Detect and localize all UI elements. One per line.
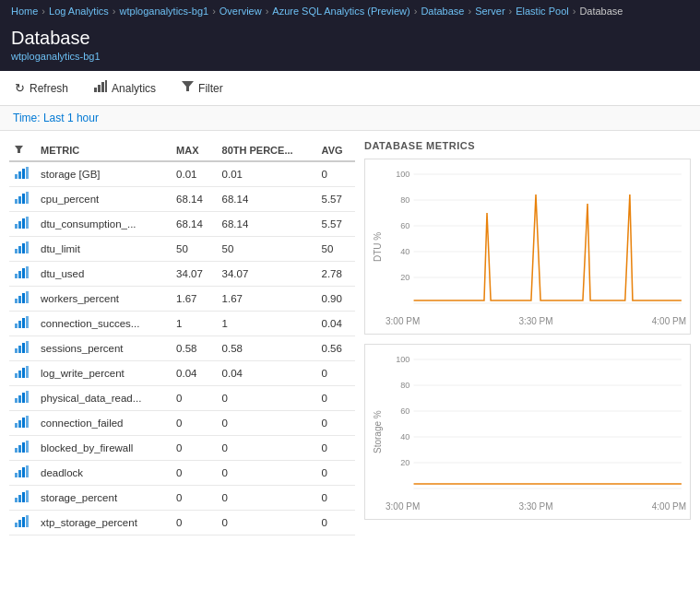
svg-rect-0 bbox=[94, 88, 97, 92]
table-row[interactable]: blocked_by_firewall000 bbox=[9, 436, 355, 461]
filter-button[interactable]: Filter bbox=[178, 79, 227, 97]
cell-metric: dtu_limit bbox=[35, 237, 171, 262]
breadcrumb-azure-sql[interactable]: Azure SQL Analytics (Preview) bbox=[272, 6, 409, 17]
table-row[interactable]: storage [GB]0.010.010 bbox=[9, 161, 355, 187]
table-row[interactable]: connection_failed000 bbox=[9, 411, 355, 436]
table-row[interactable]: cpu_percent68.1468.145.57 bbox=[9, 187, 355, 212]
breadcrumb-database-1[interactable]: Database bbox=[421, 6, 464, 17]
page-subtitle: wtploganalytics-bg1 bbox=[11, 51, 689, 62]
svg-rect-26 bbox=[15, 299, 18, 303]
dtu-x-label-3: 4:00 PM bbox=[652, 316, 686, 326]
table-row[interactable]: workers_percent1.671.670.90 bbox=[9, 287, 355, 312]
svg-rect-40 bbox=[22, 368, 25, 378]
cell-p80: 0 bbox=[217, 461, 316, 486]
row-icon-cell bbox=[9, 386, 35, 411]
charts-section: DATABASE METRICS DTU % 100 bbox=[364, 140, 691, 536]
dtu-x-label-2: 3:30 PM bbox=[518, 316, 552, 326]
breadcrumb-overview[interactable]: Overview bbox=[219, 6, 262, 17]
storage-x-labels: 3:00 PM 3:30 PM 4:00 PM bbox=[386, 500, 686, 512]
svg-rect-25 bbox=[26, 266, 29, 278]
storage-y-label: Storage % bbox=[365, 352, 386, 512]
time-bar: Time: Last 1 hour bbox=[0, 106, 700, 131]
bar-chart-icon bbox=[15, 441, 30, 453]
table-row[interactable]: storage_percent000 bbox=[9, 486, 355, 511]
cell-p80: 0 bbox=[217, 486, 316, 511]
svg-rect-47 bbox=[18, 420, 21, 428]
col-metric[interactable]: METRIC bbox=[35, 140, 171, 161]
breadcrumb-elastic-pool[interactable]: Elastic Pool bbox=[516, 6, 568, 17]
cell-avg: 5.57 bbox=[316, 212, 356, 237]
cell-metric: deadlock bbox=[35, 461, 171, 486]
svg-text:20: 20 bbox=[400, 273, 409, 282]
svg-rect-10 bbox=[15, 199, 18, 204]
svg-rect-60 bbox=[22, 492, 25, 502]
refresh-label: Refresh bbox=[30, 82, 68, 95]
svg-rect-13 bbox=[26, 192, 29, 204]
dtu-chart-wrapper: DTU % 100 80 60 40 bbox=[365, 167, 686, 326]
svg-rect-15 bbox=[18, 221, 21, 229]
table-row[interactable]: deadlock000 bbox=[9, 461, 355, 486]
breadcrumb-log-analytics[interactable]: Log Analytics bbox=[49, 6, 109, 17]
row-icon-cell bbox=[9, 411, 35, 436]
svg-rect-62 bbox=[15, 523, 18, 527]
svg-rect-52 bbox=[22, 442, 25, 453]
bar-chart-icon bbox=[15, 266, 30, 279]
breadcrumb-server[interactable]: Server bbox=[475, 6, 504, 17]
svg-rect-46 bbox=[15, 423, 18, 428]
svg-text:60: 60 bbox=[400, 406, 409, 416]
breadcrumb-workspace[interactable]: wtploganalytics-bg1 bbox=[120, 6, 209, 17]
dtu-chart: DTU % 100 80 60 40 bbox=[364, 159, 691, 335]
col-p80[interactable]: 80TH PERCE... bbox=[217, 140, 316, 161]
analytics-icon bbox=[94, 80, 107, 96]
svg-rect-27 bbox=[18, 296, 21, 303]
svg-rect-43 bbox=[18, 395, 21, 403]
table-row[interactable]: dtu_used34.0734.072.78 bbox=[9, 262, 355, 287]
cell-max: 0.58 bbox=[171, 336, 216, 361]
breadcrumb-home[interactable]: Home bbox=[11, 6, 38, 17]
svg-rect-48 bbox=[22, 418, 25, 428]
svg-rect-53 bbox=[26, 441, 29, 453]
svg-rect-11 bbox=[18, 196, 21, 204]
table-row[interactable]: connection_succes...110.04 bbox=[9, 312, 355, 336]
cell-p80: 34.07 bbox=[217, 262, 316, 287]
col-avg[interactable]: AVG bbox=[316, 140, 356, 161]
table-row[interactable]: log_write_percent0.040.040 bbox=[9, 361, 355, 386]
svg-marker-5 bbox=[15, 146, 23, 153]
bar-chart-icon bbox=[15, 316, 30, 329]
table-row[interactable]: sessions_percent0.580.580.56 bbox=[9, 336, 355, 361]
table-row[interactable]: physical_data_read...000 bbox=[9, 386, 355, 411]
svg-rect-18 bbox=[15, 249, 18, 253]
analytics-button[interactable]: Analytics bbox=[90, 78, 160, 98]
toolbar: ↻ Refresh Analytics Filter bbox=[0, 71, 700, 106]
cell-p80: 50 bbox=[217, 237, 316, 262]
charts-section-title: DATABASE METRICS bbox=[364, 140, 691, 151]
cell-p80: 1 bbox=[217, 312, 316, 336]
cell-metric: dtu_used bbox=[35, 262, 171, 287]
table-row[interactable]: dtu_limit505050 bbox=[9, 237, 355, 262]
cell-avg: 0.04 bbox=[316, 312, 356, 336]
svg-rect-50 bbox=[15, 448, 18, 453]
bar-chart-icon bbox=[15, 167, 30, 180]
filter-label: Filter bbox=[198, 82, 223, 95]
table-row[interactable]: xtp_storage_percent000 bbox=[9, 511, 355, 536]
svg-rect-64 bbox=[22, 517, 25, 527]
cell-max: 0 bbox=[171, 411, 216, 436]
table-section: METRIC MAX 80TH PERCE... AVG storage [GB… bbox=[9, 140, 355, 536]
table-row[interactable]: dtu_consumption_...68.1468.145.57 bbox=[9, 212, 355, 237]
refresh-button[interactable]: ↻ Refresh bbox=[11, 79, 72, 97]
cell-p80: 68.14 bbox=[217, 212, 316, 237]
svg-text:100: 100 bbox=[396, 170, 409, 179]
page-header: Database wtploganalytics-bg1 bbox=[0, 22, 700, 71]
cell-metric: cpu_percent bbox=[35, 187, 171, 212]
cell-max: 0.04 bbox=[171, 361, 216, 386]
col-max[interactable]: MAX bbox=[171, 140, 216, 161]
row-icon-cell bbox=[9, 187, 35, 212]
storage-chart: Storage % 100 80 60 40 bbox=[364, 344, 691, 520]
cell-p80: 0.58 bbox=[217, 336, 316, 361]
cell-p80: 0 bbox=[217, 436, 316, 461]
refresh-icon: ↻ bbox=[15, 81, 25, 95]
bar-chart-icon bbox=[15, 192, 30, 205]
svg-rect-56 bbox=[22, 467, 25, 477]
cell-max: 1 bbox=[171, 312, 216, 336]
dtu-y-label: DTU % bbox=[365, 167, 386, 326]
